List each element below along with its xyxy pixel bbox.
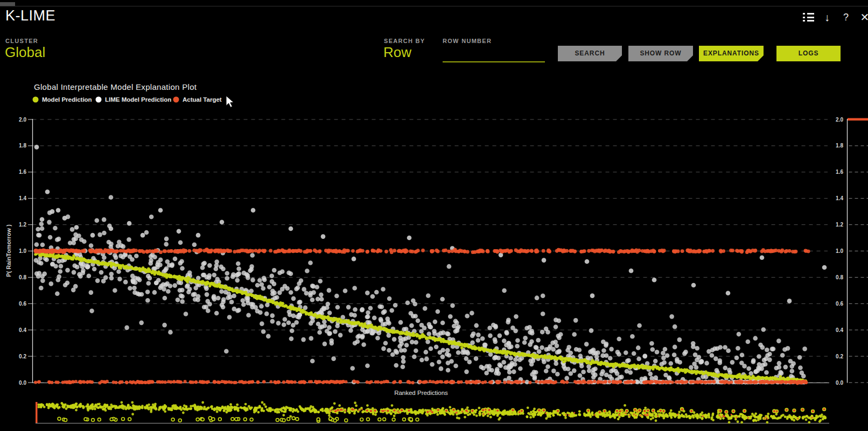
right-axis-tick-label: 1.4 (836, 195, 843, 201)
y-tick-label: 1.8 (19, 143, 26, 149)
klime-plot: Global Interpretable Model Explanation P… (0, 0, 868, 431)
row-number-label: ROW NUMBER (443, 38, 492, 44)
y-tick-label: 0.6 (19, 301, 26, 307)
y-context-brush-area[interactable] (848, 119, 868, 383)
search-by-value[interactable]: Row (383, 44, 411, 61)
y-axis-title: P( RainTomorrow ) (5, 224, 12, 277)
right-axis-tick-label: 2.0 (836, 117, 843, 123)
window-top-border (0, 6, 868, 6)
cluster-label: CLUSTER (5, 38, 38, 44)
explanations-button[interactable]: EXPLANATIONS (699, 46, 764, 61)
close-icon[interactable]: ✕ (858, 10, 868, 24)
legend-item[interactable]: LIME Model Prediction (96, 96, 172, 103)
titlebar-icons: ↓ ? ✕ (801, 10, 868, 24)
y-tick-label: 2.0 (19, 117, 26, 123)
legend-dot (33, 97, 39, 103)
right-axis-tick-label: 0.2 (836, 354, 843, 359)
x-context-brush-area[interactable] (36, 402, 828, 423)
plot-brush-area[interactable] (33, 119, 807, 383)
legend-dot (173, 97, 179, 103)
y-tick-label: 1.2 (19, 222, 26, 228)
download-icon[interactable]: ↓ (820, 10, 834, 24)
y-tick-label: 1.6 (19, 169, 26, 175)
legend-item[interactable]: Actual Target (173, 96, 222, 103)
x-axis-title: Ranked Predictions (394, 390, 448, 396)
legend-label: Model Prediction (42, 96, 92, 103)
show-row-button[interactable]: SHOW ROW (628, 46, 693, 61)
y-tick-label: 0.8 (19, 274, 26, 280)
list-icon-glyph (803, 13, 814, 22)
page-title: K-LIME (5, 8, 55, 24)
row-number-input[interactable] (443, 47, 545, 62)
list-icon[interactable] (801, 10, 815, 24)
right-axis-tick-label: 0.0 (836, 380, 843, 386)
right-axis-tick-label: 1.8 (836, 143, 843, 149)
mouse-cursor (226, 96, 234, 107)
legend-item[interactable]: Model Prediction (33, 96, 92, 103)
right-axis-tick-label: 1.2 (836, 222, 843, 228)
right-axis-tick-label: 1.6 (836, 169, 843, 175)
search-button[interactable]: SEARCH (558, 46, 622, 61)
legend-dot (96, 97, 102, 103)
chart-title: Global Interpretable Model Explanation P… (34, 82, 197, 91)
legend-label: LIME Model Prediction (105, 96, 171, 103)
y-tick-label: 1.0 (19, 248, 26, 254)
right-axis-tick-label: 0.4 (836, 327, 843, 333)
y-tick-label: 0.4 (19, 327, 26, 333)
logs-button[interactable]: LOGS (776, 46, 841, 61)
right-axis-tick-label: 1.0 (836, 248, 843, 254)
y-tick-label: 0.0 (19, 380, 26, 386)
y-tick-label: 1.4 (19, 195, 26, 201)
help-icon[interactable]: ? (839, 10, 853, 24)
y-tick-label: 0.2 (19, 354, 26, 359)
right-axis-tick-label: 0.8 (836, 274, 843, 280)
legend-label: Actual Target (183, 96, 222, 103)
right-axis-tick-label: 0.6 (836, 301, 843, 307)
search-by-label: SEARCH BY (384, 38, 425, 44)
cluster-value[interactable]: Global (5, 44, 45, 61)
